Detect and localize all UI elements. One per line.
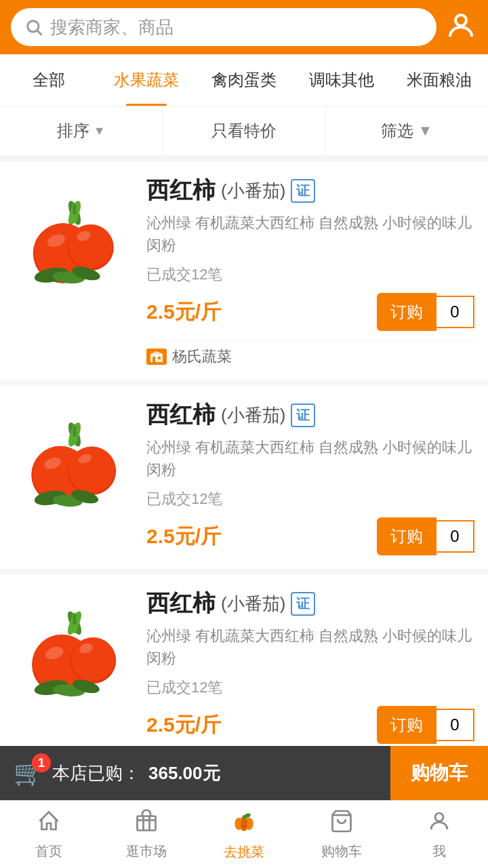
nav-cart-label: 购物车 [321, 842, 362, 861]
product-name-main-1: 西红柿 [146, 175, 216, 206]
category-tabs: 全部 水果蔬菜 禽肉蛋类 调味其他 米面粮油 [0, 54, 488, 106]
nav-shop-label: 去挑菜 [224, 843, 264, 861]
store-name-1: 杨氏蔬菜 [172, 347, 232, 367]
nav-me-label: 我 [432, 842, 446, 861]
product-title-2: 西红柿 (小番茄) 证 [146, 399, 474, 431]
svg-rect-35 [73, 614, 76, 625]
product-price-2: 2.5元/斤 [146, 523, 221, 551]
svg-rect-22 [73, 426, 76, 436]
order-quantity-2[interactable] [436, 520, 474, 553]
header: 搜索商家、商品 [0, 0, 488, 54]
cart-bar-left: 🛒 1 本店已购： 365.00元 [0, 759, 390, 787]
cart-bar-right[interactable]: 购物车 [390, 746, 488, 800]
product-image-1[interactable] [14, 175, 136, 297]
nav-market[interactable]: 逛市场 [98, 801, 195, 868]
search-bar[interactable]: 搜索商家、商品 [11, 8, 436, 46]
svg-rect-18 [158, 357, 161, 359]
product-card-3: 西红柿 (小番茄) 证 沁州绿 有机蔬菜大西红柿 自然成熟 小时候的味儿闵粉 已… [0, 574, 488, 757]
product-title-1: 西红柿 (小番茄) 证 [146, 175, 474, 206]
svg-rect-6 [73, 204, 76, 214]
cart-icon [329, 809, 354, 840]
market-icon [134, 809, 159, 840]
product-name-sub-1: (小番茄) [221, 179, 285, 203]
cert-badge-1: 证 [291, 179, 315, 203]
product-sales-3: 已成交12笔 [146, 677, 474, 698]
nav-market-label: 逛市场 [126, 842, 167, 861]
pumpkin-icon [230, 808, 258, 840]
cart-badge: 1 [32, 753, 51, 772]
svg-point-2 [455, 15, 466, 26]
product-image-3[interactable] [14, 588, 136, 710]
order-button-2[interactable]: 订购 [377, 517, 436, 555]
tab-meat-eggs[interactable]: 禽肉蛋类 [195, 54, 293, 106]
svg-rect-17 [152, 357, 155, 362]
tab-grains[interactable]: 米面粮油 [390, 54, 488, 106]
tab-fruits-veg[interactable]: 水果蔬菜 [98, 54, 195, 106]
screen-label: 筛选 [381, 120, 413, 142]
product-title-3: 西红柿 (小番茄) 证 [146, 588, 474, 619]
product-price-1: 2.5元/斤 [146, 298, 221, 326]
svg-point-26 [69, 447, 115, 493]
svg-line-1 [37, 31, 41, 35]
user-nav-icon [426, 809, 452, 840]
order-quantity-1[interactable] [436, 296, 474, 328]
svg-rect-45 [138, 816, 156, 830]
nav-home-label: 首页 [35, 842, 62, 861]
svg-point-58 [435, 813, 443, 821]
search-placeholder: 搜索商家、商品 [50, 16, 174, 39]
special-price-filter[interactable]: 只看特价 [163, 106, 325, 155]
user-icon[interactable] [445, 9, 477, 45]
tomato-image-2 [17, 403, 132, 518]
tab-all[interactable]: 全部 [0, 54, 98, 106]
order-quantity-3[interactable] [436, 709, 474, 741]
product-image-2[interactable] [14, 399, 136, 521]
product-card-2: 西红柿 (小番茄) 证 沁州绿 有机蔬菜大西红柿 自然成熟 小时候的味儿闵粉 已… [0, 386, 488, 569]
filter-bar: 排序 ▼ 只看特价 筛选 ▼ [0, 106, 488, 156]
order-button-1[interactable]: 订购 [377, 293, 436, 331]
filter-icon: ▼ [418, 122, 432, 140]
product-info-2: 西红柿 (小番茄) 证 沁州绿 有机蔬菜大西红柿 自然成熟 小时候的味儿闵粉 已… [146, 399, 474, 555]
nav-home[interactable]: 首页 [0, 801, 98, 868]
svg-point-10 [69, 224, 113, 269]
store-info-1: 杨氏蔬菜 [146, 340, 474, 367]
order-control-2: 订购 [377, 517, 474, 555]
svg-rect-16 [150, 354, 163, 362]
svg-point-39 [71, 637, 115, 682]
cert-badge-3: 证 [291, 592, 315, 616]
product-name-main-3: 西红柿 [146, 588, 216, 619]
product-desc-2: 沁州绿 有机蔬菜大西红柿 自然成熟 小时候的味儿闵粉 [146, 436, 474, 481]
sort-label: 排序 [57, 120, 89, 142]
product-desc-3: 沁州绿 有机蔬菜大西红柿 自然成熟 小时候的味儿闵粉 [146, 625, 474, 669]
sort-chevron: ▼ [94, 124, 106, 138]
product-info-3: 西红柿 (小番茄) 证 沁州绿 有机蔬菜大西红柿 自然成熟 小时候的味儿闵粉 已… [146, 588, 474, 744]
bottom-nav: 首页 逛市场 去挑菜 [0, 800, 488, 868]
cart-bar-button[interactable]: 购物车 [411, 760, 468, 786]
home-icon [36, 809, 62, 840]
product-bottom-3: 2.5元/斤 订购 [146, 706, 474, 744]
tomato-image-3 [17, 591, 132, 707]
product-list: 西红柿 (小番茄) 证 沁州绿 有机蔬菜大西红柿 自然成熟 小时候的味儿闵粉 已… [0, 161, 488, 757]
cart-badge-wrap: 🛒 1 [14, 759, 44, 787]
order-control-1: 订购 [377, 293, 474, 331]
order-control-3: 订购 [377, 706, 474, 744]
product-bottom-1: 2.5元/斤 订购 [146, 293, 474, 331]
product-name-sub-3: (小番茄) [221, 592, 285, 616]
svg-point-0 [28, 21, 39, 32]
tab-seasoning[interactable]: 调味其他 [293, 54, 390, 106]
special-label: 只看特价 [211, 120, 277, 142]
cart-bar-text: 本店已购： [52, 762, 140, 785]
product-name-sub-2: (小番茄) [221, 403, 285, 427]
product-name-main-2: 西红柿 [146, 399, 216, 431]
nav-cart[interactable]: 购物车 [293, 801, 390, 868]
screen-filter[interactable]: 筛选 ▼ [326, 106, 488, 155]
nav-me[interactable]: 我 [390, 801, 488, 868]
search-icon [24, 18, 43, 37]
product-info-1: 西红柿 (小番茄) 证 沁州绿 有机蔬菜大西红柿 自然成熟 小时候的味儿闵粉 已… [146, 175, 474, 367]
order-button-3[interactable]: 订购 [377, 706, 436, 744]
sort-filter[interactable]: 排序 ▼ [0, 106, 163, 155]
product-bottom-2: 2.5元/斤 订购 [146, 517, 474, 555]
cart-bar-amount: 365.00元 [148, 762, 220, 785]
nav-shop[interactable]: 去挑菜 [195, 801, 293, 868]
product-card-1: 西红柿 (小番茄) 证 沁州绿 有机蔬菜大西红柿 自然成熟 小时候的味儿闵粉 已… [0, 161, 488, 380]
cert-badge-2: 证 [291, 403, 315, 427]
